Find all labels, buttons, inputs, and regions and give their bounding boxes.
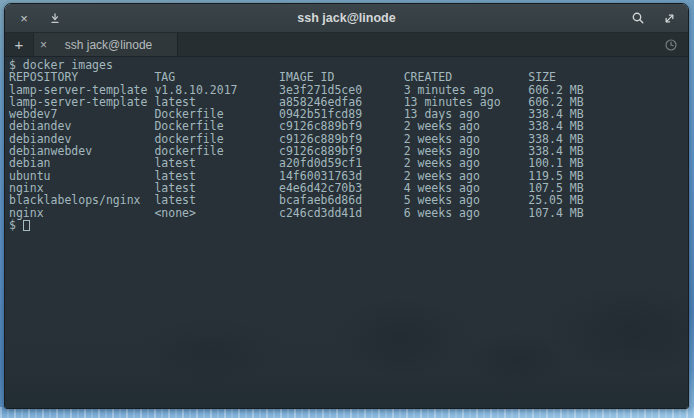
fullscreen-expand-icon[interactable] [662, 11, 676, 25]
titlebar-right-controls [631, 11, 676, 25]
tab-label: ssh jack@linode [56, 38, 171, 52]
terminal-output: $ docker images REPOSITORY TAG IMAGE ID … [9, 59, 684, 231]
new-tab-button[interactable]: + [5, 33, 34, 56]
tab-close-icon[interactable]: × [40, 39, 56, 51]
desktop-wallpaper: × ssh jack@linode [0, 0, 694, 418]
terminal-content-area[interactable]: $ docker images REPOSITORY TAG IMAGE ID … [5, 57, 688, 408]
tabbar: + × ssh jack@linode [5, 33, 688, 57]
titlebar-left-controls: × [17, 11, 62, 25]
history-clock-icon[interactable] [654, 33, 688, 56]
window-title: ssh jack@linode [5, 4, 688, 32]
titlebar[interactable]: × ssh jack@linode [5, 4, 688, 33]
terminal-window: × ssh jack@linode [4, 3, 689, 409]
detach-down-arrow-icon[interactable] [48, 11, 62, 25]
tabbar-spacer [178, 33, 654, 56]
tab-ssh-session[interactable]: × ssh jack@linode [34, 33, 178, 56]
search-icon[interactable] [631, 11, 645, 25]
terminal-cursor [23, 220, 30, 231]
close-icon[interactable]: × [17, 11, 31, 25]
